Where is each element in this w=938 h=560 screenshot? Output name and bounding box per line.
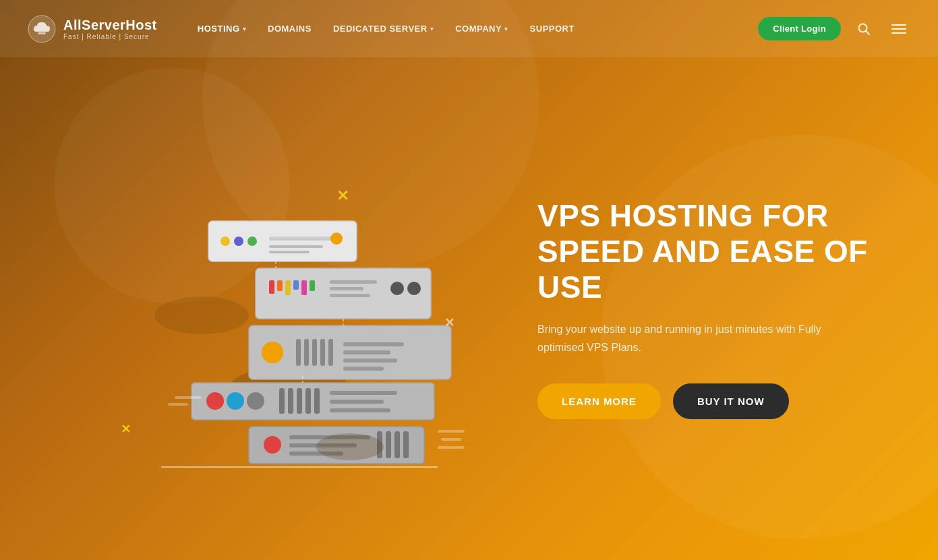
svg-point-9 bbox=[247, 237, 257, 246]
main-nav: HOSTING ▾ DOMAINS DEDICATED SERVER ▾ COM… bbox=[198, 24, 759, 34]
svg-point-62 bbox=[316, 433, 384, 460]
svg-rect-17 bbox=[285, 280, 291, 295]
svg-point-24 bbox=[390, 282, 404, 295]
svg-point-40 bbox=[247, 392, 264, 410]
deco-x-mid: ✕ bbox=[444, 315, 455, 330]
svg-point-7 bbox=[221, 237, 230, 246]
buy-now-button[interactable]: BUY IT NOW bbox=[673, 383, 789, 419]
menu-bar-3 bbox=[891, 32, 906, 34]
svg-rect-68 bbox=[438, 446, 465, 449]
menu-bar-2 bbox=[891, 28, 906, 30]
server-illustration: ✕ ✕ ✕ bbox=[94, 181, 471, 464]
svg-rect-1 bbox=[38, 32, 46, 34]
svg-rect-48 bbox=[330, 408, 390, 412]
svg-rect-12 bbox=[269, 245, 323, 248]
svg-rect-56 bbox=[394, 431, 400, 458]
svg-rect-35 bbox=[343, 359, 397, 363]
deco-x-top: ✕ bbox=[336, 187, 349, 205]
svg-point-5 bbox=[154, 297, 249, 334]
svg-rect-64 bbox=[175, 396, 202, 399]
svg-rect-20 bbox=[310, 280, 315, 291]
svg-rect-33 bbox=[343, 342, 404, 346]
svg-rect-14 bbox=[256, 268, 431, 319]
svg-rect-46 bbox=[330, 391, 397, 395]
svg-point-25 bbox=[407, 282, 421, 295]
hero-content: ✕ ✕ ✕ bbox=[0, 0, 938, 560]
nav-item-hosting[interactable]: HOSTING ▾ bbox=[198, 24, 246, 34]
logo-name: AllServerHost bbox=[63, 18, 157, 33]
search-icon bbox=[857, 22, 871, 36]
nav-item-dedicated-server[interactable]: DEDICATED SERVER ▾ bbox=[333, 24, 434, 34]
chevron-down-icon: ▾ bbox=[243, 26, 247, 32]
logo[interactable]: AllServerHost Fast | Reliable | Secure bbox=[27, 14, 157, 44]
hero-text-area: VPS HOSTING FOR SPEED AND EASE OF USE Br… bbox=[510, 198, 884, 419]
svg-rect-18 bbox=[293, 280, 299, 290]
svg-line-3 bbox=[867, 31, 870, 34]
svg-rect-31 bbox=[320, 339, 325, 366]
client-login-button[interactable]: Client Login bbox=[758, 17, 841, 40]
learn-more-button[interactable]: LEARN MORE bbox=[537, 383, 661, 419]
svg-rect-34 bbox=[343, 350, 390, 354]
svg-rect-44 bbox=[305, 388, 311, 414]
header: AllServerHost Fast | Reliable | Secure H… bbox=[0, 0, 938, 57]
svg-point-63 bbox=[262, 342, 283, 363]
logo-text: AllServerHost Fast | Reliable | Secure bbox=[63, 18, 157, 40]
svg-rect-19 bbox=[301, 280, 307, 295]
svg-rect-22 bbox=[330, 287, 363, 290]
nav-item-domains[interactable]: DOMAINS bbox=[268, 24, 312, 34]
nav-item-company[interactable]: COMPANY ▾ bbox=[455, 24, 508, 34]
menu-button[interactable] bbox=[887, 17, 911, 41]
svg-point-50 bbox=[264, 436, 281, 454]
deco-x-bot: ✕ bbox=[121, 422, 131, 437]
svg-point-38 bbox=[206, 392, 224, 410]
svg-point-2 bbox=[859, 24, 867, 32]
svg-rect-42 bbox=[288, 388, 293, 414]
svg-rect-47 bbox=[330, 400, 384, 404]
svg-point-11 bbox=[330, 232, 343, 245]
svg-rect-28 bbox=[296, 339, 301, 366]
hero-description: Bring your website up and running in jus… bbox=[537, 321, 848, 356]
chevron-down-icon: ▾ bbox=[430, 26, 434, 32]
svg-rect-21 bbox=[330, 280, 377, 284]
svg-rect-66 bbox=[438, 430, 465, 433]
svg-rect-36 bbox=[343, 367, 384, 371]
hero-title: VPS HOSTING FOR SPEED AND EASE OF USE bbox=[537, 198, 884, 305]
illustration-area: ✕ ✕ ✕ bbox=[54, 57, 510, 560]
svg-rect-10 bbox=[269, 237, 336, 241]
svg-rect-43 bbox=[297, 388, 302, 414]
svg-rect-65 bbox=[168, 403, 188, 406]
search-button[interactable] bbox=[852, 17, 876, 41]
menu-bar-1 bbox=[891, 24, 906, 26]
chevron-down-icon: ▾ bbox=[504, 26, 508, 32]
svg-rect-29 bbox=[304, 339, 309, 366]
svg-rect-67 bbox=[441, 438, 461, 441]
header-actions: Client Login bbox=[758, 17, 911, 41]
server-rack-svg bbox=[94, 181, 471, 470]
logo-tagline: Fast | Reliable | Secure bbox=[63, 33, 157, 40]
svg-rect-30 bbox=[312, 339, 317, 366]
svg-point-8 bbox=[234, 237, 243, 246]
hero-buttons: LEARN MORE BUY IT NOW bbox=[537, 383, 884, 419]
logo-icon bbox=[27, 14, 57, 44]
svg-rect-41 bbox=[279, 388, 285, 414]
svg-rect-55 bbox=[386, 431, 391, 458]
svg-rect-23 bbox=[330, 294, 370, 297]
svg-point-39 bbox=[227, 392, 244, 410]
svg-rect-45 bbox=[314, 388, 320, 414]
svg-rect-15 bbox=[269, 280, 274, 294]
svg-rect-57 bbox=[403, 431, 409, 458]
svg-rect-32 bbox=[328, 339, 333, 366]
svg-rect-16 bbox=[277, 280, 283, 291]
nav-item-support[interactable]: SUPPORT bbox=[530, 24, 575, 34]
svg-rect-13 bbox=[269, 251, 310, 253]
